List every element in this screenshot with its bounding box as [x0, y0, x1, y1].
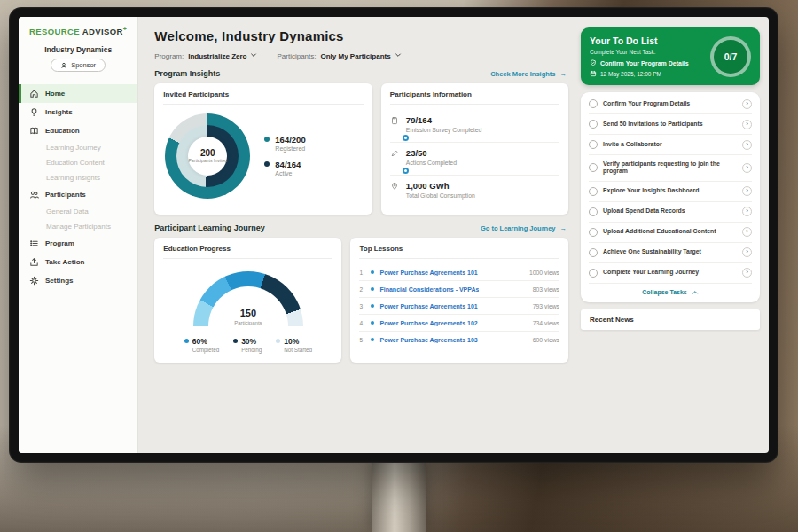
- chevron-right-icon[interactable]: ›: [742, 186, 752, 196]
- task-row[interactable]: Explore Your Insights Dashboard ›: [589, 182, 752, 202]
- task-checkbox[interactable]: [589, 187, 598, 196]
- chevron-down-icon: [250, 51, 257, 60]
- lesson-views: 793 views: [533, 303, 559, 309]
- sidebar-item-insights[interactable]: Insights: [19, 103, 137, 121]
- sidebar-item-label: Participants: [45, 191, 86, 199]
- legend-text: 10% Not Started: [284, 337, 312, 354]
- info-value: 79/164: [406, 115, 432, 125]
- task-checkbox[interactable]: [589, 99, 598, 108]
- chevron-right-icon[interactable]: ›: [742, 247, 752, 257]
- task-checkbox[interactable]: [589, 140, 598, 149]
- task-row[interactable]: Send 50 Invitations to Participants ›: [589, 114, 752, 135]
- task-checkbox[interactable]: [589, 269, 598, 278]
- task-row[interactable]: Upload Additional Educational Content ›: [589, 223, 752, 243]
- learning-journey-header: Participant Learning Journey Go to Learn…: [154, 223, 567, 232]
- sidebar-item-general-data[interactable]: General Data: [19, 204, 137, 219]
- sponsor-badge[interactable]: Sponsor: [51, 59, 106, 72]
- legend-item-active: 84/164 Active: [264, 160, 305, 177]
- task-label: Achieve One Sustainability Target: [603, 248, 737, 256]
- top-lessons-card: Top Lessons 1 Power Purchase Agreements …: [350, 238, 568, 363]
- sidebar-item-take-action[interactable]: Take Action: [19, 253, 137, 271]
- lesson-rank: 4: [359, 320, 365, 326]
- chevron-right-icon[interactable]: ›: [742, 120, 752, 129]
- chevron-right-icon[interactable]: ›: [742, 140, 752, 150]
- collapse-tasks-button[interactable]: Collapse Tasks: [589, 284, 752, 299]
- task-checkbox[interactable]: [589, 248, 598, 257]
- lesson-link[interactable]: Power Purchase Agreements 102: [379, 320, 477, 326]
- location-pin-icon: [390, 182, 399, 192]
- chevron-right-icon[interactable]: ›: [742, 268, 752, 278]
- lesson-rank: 3: [359, 303, 365, 309]
- task-checkbox[interactable]: [589, 163, 598, 172]
- legend-label: Not Started: [284, 347, 312, 353]
- task-checkbox[interactable]: [589, 207, 598, 216]
- task-row[interactable]: Confirm Your Program Details ›: [589, 94, 752, 114]
- lesson-link[interactable]: Financial Considerations - VPPAs: [379, 286, 479, 293]
- task-row[interactable]: Upload Spend Data Records ›: [589, 202, 752, 223]
- lesson-link[interactable]: Power Purchase Agreements 101: [379, 270, 477, 276]
- main-content: Welcome, Industry Dynamics Program: Indu…: [138, 17, 579, 453]
- education-gauge-chart: 150 Participants: [193, 271, 303, 328]
- card-title: Participants Information: [390, 90, 559, 105]
- sidebar-item-settings[interactable]: Settings: [19, 271, 137, 290]
- sidebar-item-label: Insights: [45, 108, 73, 116]
- sidebar-item-label: Settings: [45, 277, 74, 285]
- lesson-views: 600 views: [533, 337, 559, 343]
- legend-text: 84/164 Active: [275, 160, 301, 177]
- info-value: 23/50: [406, 148, 427, 158]
- sidebar-item-program[interactable]: Program: [19, 234, 137, 253]
- todo-subtitle: Complete Your Next Task:: [590, 49, 703, 55]
- program-dropdown[interactable]: Industrialize Zero: [188, 51, 257, 60]
- task-checkbox[interactable]: [589, 228, 598, 237]
- participants-dropdown[interactable]: Only My Participants: [321, 51, 402, 60]
- blue-dot-icon: [184, 339, 189, 343]
- lesson-link[interactable]: Power Purchase Agreements 101: [379, 303, 477, 309]
- sidebar: RESOURCE ADVISOR+ Industry Dynamics Spon…: [19, 17, 138, 453]
- brand-logo: RESOURCE ADVISOR+: [19, 26, 137, 43]
- todo-column: Your To Do List Complete Your Next Task:…: [579, 17, 769, 453]
- sidebar-item-participants[interactable]: Participants: [19, 185, 137, 204]
- task-checkbox[interactable]: [589, 120, 598, 129]
- gauge-legend: 60% Completed 30% Pending: [184, 337, 312, 354]
- brand-primary: RESOURCE: [29, 27, 80, 36]
- info-value: 1,000 GWh: [406, 181, 450, 191]
- lesson-link[interactable]: Power Purchase Agreements 103: [379, 337, 477, 343]
- home-icon: [29, 89, 39, 98]
- sidebar-item-learning-insights[interactable]: Learning Insights: [19, 170, 137, 185]
- task-row[interactable]: Invite a Collaborator ›: [589, 135, 752, 155]
- dashboard-screen: RESOURCE ADVISOR+ Industry Dynamics Spon…: [19, 17, 769, 453]
- sidebar-item-label: Home: [45, 90, 65, 98]
- sidebar-item-label: Learning Insights: [46, 174, 100, 182]
- sidebar-item-home[interactable]: Home: [19, 84, 137, 103]
- todo-next-task[interactable]: Confirm Your Program Details: [590, 59, 703, 66]
- chevron-right-icon[interactable]: ›: [742, 99, 752, 109]
- chevron-right-icon[interactable]: ›: [742, 207, 752, 216]
- program-insights-header: Program Insights Check More Insights →: [154, 69, 567, 78]
- task-row[interactable]: Complete Your Learning Journey ›: [589, 263, 752, 284]
- sidebar-item-education[interactable]: Education: [19, 121, 137, 140]
- info-label: Emission Survey Completed: [406, 127, 481, 133]
- navy-dot-icon: [264, 161, 270, 167]
- todo-next-task-label: Confirm Your Program Details: [600, 60, 689, 66]
- program-dropdown-value: Industrialize Zero: [188, 52, 246, 60]
- task-row[interactable]: Achieve One Sustainability Target ›: [589, 243, 752, 263]
- go-to-learning-journey-link[interactable]: Go to Learning Journey →: [481, 224, 567, 232]
- legend-item-registered: 164/200 Registered: [264, 135, 305, 153]
- sidebar-item-education-content[interactable]: Education Content: [19, 155, 137, 170]
- program-filter: Program: Industrialize Zero: [154, 51, 257, 60]
- sidebar-item-learning-journey[interactable]: Learning Journey: [19, 140, 137, 155]
- people-icon: [29, 190, 39, 200]
- task-label: Send 50 Invitations to Participants: [603, 121, 737, 129]
- todo-summary-left: Your To Do List Complete Your Next Task:…: [590, 35, 703, 77]
- legend-item-completed: 60% Completed: [184, 337, 219, 354]
- chevron-right-icon[interactable]: ›: [742, 227, 752, 237]
- link-label: Check More Insights: [490, 70, 555, 78]
- calendar-icon: [590, 70, 597, 77]
- sidebar-item-manage-participants[interactable]: Manage Participants: [19, 219, 137, 234]
- task-row[interactable]: Verify participants requesting to join t…: [589, 155, 752, 182]
- chevron-down-icon: [395, 51, 402, 60]
- legend-item-pending: 30% Pending: [233, 337, 262, 354]
- lesson-views: 1000 views: [529, 270, 559, 276]
- check-more-insights-link[interactable]: Check More Insights →: [490, 70, 567, 78]
- chevron-right-icon[interactable]: ›: [742, 163, 752, 173]
